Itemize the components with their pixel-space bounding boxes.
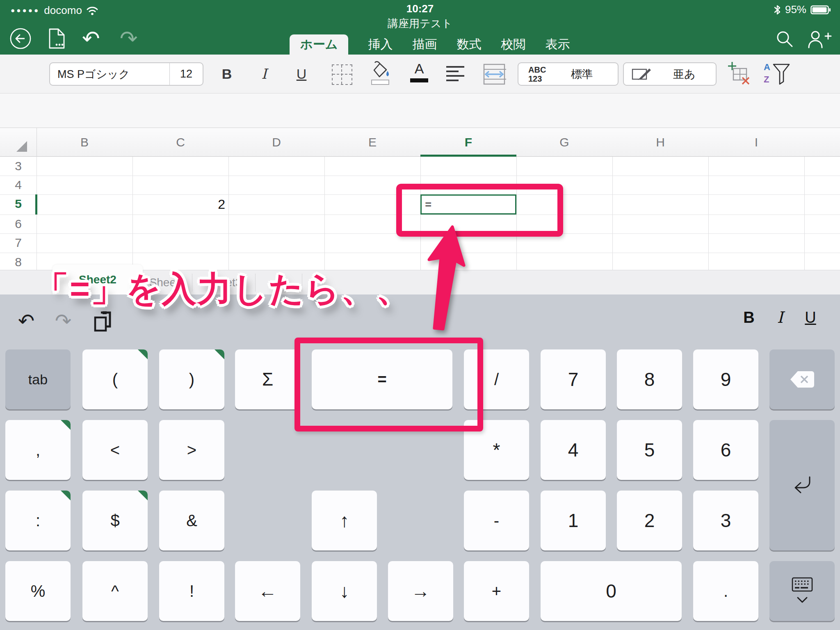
key-8[interactable]: 8 [617, 349, 682, 409]
key-colon[interactable]: : [5, 491, 71, 550]
key-greater[interactable]: > [159, 420, 224, 480]
col-header-I[interactable]: I [708, 128, 804, 157]
col-header-B[interactable]: B [37, 128, 132, 157]
key-arrow-up[interactable]: ↑ [312, 491, 377, 550]
tab-draw[interactable]: 描画 [412, 34, 437, 55]
key-1[interactable]: 1 [541, 491, 606, 550]
selected-row-indicator [35, 194, 37, 215]
col-header-F[interactable]: F [420, 128, 516, 157]
row-header-6[interactable]: 6 [0, 215, 37, 233]
key-9[interactable]: 9 [693, 349, 758, 409]
key-4[interactable]: 4 [541, 420, 606, 480]
kb-underline-button[interactable]: U [799, 306, 822, 329]
file-button[interactable] [48, 28, 66, 51]
tab-home[interactable]: ホーム [290, 34, 348, 55]
merge-button[interactable] [482, 63, 506, 87]
highlight-box-equals-key [294, 338, 483, 431]
key-backspace[interactable] [769, 349, 835, 409]
column-headers[interactable]: B C D E F G H I [0, 128, 840, 157]
key-plus[interactable]: + [464, 561, 529, 621]
font-color-button[interactable]: A [409, 60, 430, 82]
kb-redo-button[interactable]: ↷ [55, 309, 71, 332]
font-size[interactable]: 12 [170, 68, 203, 80]
battery-icon [810, 5, 831, 15]
status-right: 95% [774, 3, 831, 16]
cell-C5[interactable]: 2 [132, 194, 225, 215]
borders-icon [333, 74, 352, 75]
merge-icon [482, 63, 506, 86]
tab-insert[interactable]: 挿入 [368, 34, 393, 55]
key-tab[interactable]: tab [5, 349, 71, 409]
key-arrow-right[interactable]: → [388, 561, 453, 621]
bold-button[interactable]: B [215, 62, 238, 86]
key-dollar[interactable]: $ [82, 491, 148, 550]
search-button[interactable] [775, 30, 794, 50]
key-caret[interactable]: ^ [82, 561, 148, 621]
tab-formulas[interactable]: 数式 [457, 34, 481, 55]
paste-icon [93, 311, 113, 333]
row-header-4[interactable]: 4 [0, 176, 37, 194]
key-minus[interactable]: - [464, 491, 529, 550]
key-arrow-left[interactable]: ← [235, 561, 300, 621]
fill-color-button[interactable] [368, 59, 392, 90]
row-header-8[interactable]: 8 [0, 253, 37, 270]
back-button[interactable] [9, 27, 32, 52]
key-2[interactable]: 2 [617, 491, 682, 550]
return-icon [791, 474, 814, 497]
selected-column-underline [420, 155, 516, 157]
borders-button[interactable] [332, 64, 352, 85]
align-icon [445, 65, 467, 83]
kb-paste-button[interactable] [93, 311, 113, 335]
col-header-G[interactable]: G [516, 128, 612, 157]
key-5[interactable]: 5 [617, 420, 682, 480]
key-return[interactable] [769, 420, 835, 550]
key-6[interactable]: 6 [693, 420, 758, 480]
key-dismiss-keyboard[interactable] [769, 561, 835, 621]
col-header-H[interactable]: H [612, 128, 708, 157]
kb-italic-button[interactable]: I [769, 306, 792, 329]
insert-delete-cells-icon [727, 61, 751, 87]
key-sigma[interactable]: Σ [235, 349, 300, 409]
font-picker[interactable]: MS Pゴシック 12 [49, 62, 203, 86]
italic-button[interactable]: I [253, 62, 276, 86]
share-people-button[interactable] [807, 30, 832, 51]
align-button[interactable] [445, 65, 467, 85]
undo-button[interactable]: ↶ [82, 26, 100, 51]
number-format-button[interactable]: ABC123 標準 [518, 62, 619, 86]
row-header-5[interactable]: 5 [0, 194, 37, 213]
key-exclaim[interactable]: ! [159, 561, 224, 621]
key-comma[interactable]: , [5, 420, 71, 480]
col-header-C[interactable]: C [132, 128, 228, 157]
key-paren-close[interactable]: ) [159, 349, 224, 409]
filter-funnel-icon [770, 61, 792, 87]
key-arrow-down[interactable]: ↓ [312, 561, 377, 621]
kb-undo-button[interactable]: ↶ [18, 309, 34, 332]
ribbon-tab-bar: ホーム 挿入 描画 数式 校閲 表示 [290, 34, 570, 55]
select-all-corner[interactable] [16, 141, 27, 152]
key-3[interactable]: 3 [693, 491, 758, 550]
underline-button[interactable]: U [290, 62, 313, 86]
redo-button[interactable]: ↷ [120, 26, 138, 51]
cell-styles-button[interactable]: 亜あ [623, 62, 717, 86]
sort-filter-button[interactable]: A Z [764, 61, 792, 87]
backspace-icon [790, 370, 815, 388]
sort-letters: A Z [764, 61, 770, 87]
key-less[interactable]: < [82, 420, 148, 480]
tab-view[interactable]: 表示 [545, 34, 570, 55]
key-percent[interactable]: % [5, 561, 71, 621]
key-0[interactable]: 0 [541, 561, 682, 621]
key-period[interactable]: . [693, 561, 758, 621]
row-header-7[interactable]: 7 [0, 233, 37, 252]
kb-bold-button[interactable]: B [737, 306, 760, 329]
insert-delete-cells-button[interactable] [727, 61, 751, 88]
cell-styles-label: 亜あ [653, 67, 716, 82]
col-header-D[interactable]: D [228, 128, 324, 157]
key-7[interactable]: 7 [541, 349, 606, 409]
app-header: ●●●●● docomo 10:27 95% 講座用テスト [0, 0, 840, 55]
bluetooth-icon [774, 4, 781, 16]
tab-review[interactable]: 校閲 [501, 34, 525, 55]
key-paren-open[interactable]: ( [82, 349, 148, 409]
row-header-3[interactable]: 3 [0, 157, 37, 176]
col-header-E[interactable]: E [324, 128, 420, 157]
key-ampersand[interactable]: & [159, 491, 224, 550]
